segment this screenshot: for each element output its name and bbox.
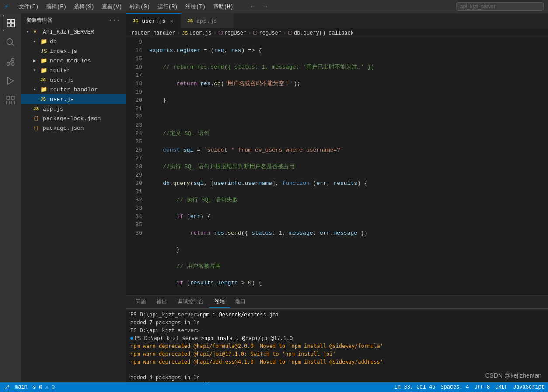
search-input[interactable] (456, 2, 544, 11)
terminal-info-2: added 4 packages in 1s (130, 374, 200, 382)
terminal-prompt-3: PS D:\api_kjzt_server> (135, 334, 204, 342)
terminal-line-1: PS D:\api_kjzt_server> npm i @escook/exp… (130, 311, 544, 319)
tree-folder-router[interactable]: ▾ 📁 router (21, 66, 126, 75)
breadcrumb-sep-4: › (283, 30, 286, 36)
tab-bar: JS user.js ✕ JS app.js (126, 13, 548, 28)
tree-file-index-js[interactable]: JS index.js (21, 46, 126, 56)
menu-file[interactable]: 文件(F) (15, 2, 42, 11)
tab-app-js[interactable]: JS app.js (181, 13, 233, 28)
sidebar-title: 资源管理器 (26, 17, 52, 24)
terminal-line-3: PS D:\api_kjzt_server> (130, 326, 544, 334)
source-control-icon[interactable] (3, 54, 18, 69)
main-layout: 资源管理器 ··· ▾ ▼ API_KJZT_SERVER ▾ 📁 db (0, 13, 548, 382)
panel-tab-problems[interactable]: 问题 (130, 296, 151, 308)
panel-tab-debug-console[interactable]: 调试控制台 (172, 296, 209, 308)
terminal-prompt-1: PS D:\api_kjzt_server> (130, 311, 200, 319)
svg-marker-12 (8, 77, 14, 85)
panel-tab-output[interactable]: 输出 (151, 296, 172, 308)
editor-area: JS user.js ✕ JS app.js router_handler › … (126, 13, 548, 382)
terminal-cmd-1: npm i @escook/express-joi (200, 311, 279, 319)
status-errors[interactable]: ⊗ 0 ⚠ 0 (33, 384, 55, 391)
nav-buttons: ← → (248, 3, 271, 10)
breadcrumb-sep-1: › (177, 30, 180, 36)
folder-router-label: router (50, 67, 70, 74)
menu-select[interactable]: 选择(S) (71, 2, 98, 11)
breadcrumb-db-query-callback[interactable]: db.query() callback (294, 30, 354, 36)
tree-root[interactable]: ▾ ▼ API_KJZT_SERVER (21, 27, 126, 37)
root-label: API_KJZT_SERVER (43, 29, 94, 35)
panel-tab-ports[interactable]: 端口 (230, 296, 251, 308)
terminal-panel: 问题 输出 调试控制台 终端 端口 PS D:\api_kjzt_server>… (126, 295, 548, 382)
back-button[interactable]: ← (248, 3, 258, 10)
breadcrumb-user-js[interactable]: user.js (189, 30, 211, 36)
breadcrumb-func-icon-2: ⬡ (253, 30, 257, 36)
svg-rect-3 (11, 24, 14, 27)
forward-button[interactable]: → (260, 3, 271, 10)
status-left: ⎇ main ⊗ 0 ⚠ 0 (3, 384, 55, 391)
tree-file-package-json[interactable]: {} package.json (21, 123, 126, 133)
folder-router-handler-label: router_handler (50, 87, 98, 93)
line-numbers: 9 14 15 16 17 18 19 20 21 22 23 24 25 26… (126, 38, 146, 295)
search-icon[interactable] (3, 35, 18, 50)
file-app-label: app.js (43, 106, 63, 112)
code-lines: exports.regUser = (req, res) => { // ret… (146, 38, 548, 295)
code-content: 9 14 15 16 17 18 19 20 21 22 23 24 25 26… (126, 38, 548, 295)
status-eol[interactable]: CRLF (495, 384, 508, 390)
menu-bar: 文件(F) 编辑(E) 选择(S) 查看(V) 转到(G) 运行(R) 终端(T… (15, 2, 237, 11)
sidebar-more-icon[interactable]: ··· (108, 17, 121, 24)
tab-user-js[interactable]: JS user.js ✕ (126, 13, 181, 28)
breadcrumb-reguser-2[interactable]: regUser (259, 30, 281, 36)
file-rh-user-label: user.js (50, 96, 74, 103)
tree-file-rh-user-js[interactable]: JS user.js (21, 94, 126, 104)
svg-rect-2 (7, 24, 10, 27)
status-lang[interactable]: JavaScript (513, 384, 545, 390)
menu-terminal[interactable]: 终端(T) (182, 2, 209, 11)
folder-node-modules-label: node_modules (50, 58, 91, 64)
breadcrumb-sep-3: › (248, 30, 251, 36)
tree-folder-router-handler[interactable]: ▾ 📁 router_handler (21, 85, 126, 94)
menu-help[interactable]: 帮助(H) (210, 2, 237, 11)
breadcrumb: router_handler › JS user.js › ⬡ regUser … (126, 28, 548, 38)
tree-folder-node-modules[interactable]: ▶ 📁 node_modules (21, 56, 126, 66)
sidebar-header: 资源管理器 ··· (21, 13, 126, 27)
tab-app-js-label: app.js (196, 18, 217, 24)
status-encoding[interactable]: UTF-8 (474, 384, 490, 390)
menu-edit[interactable]: 编辑(E) (43, 2, 70, 11)
file-tree: ▾ ▼ API_KJZT_SERVER ▾ 📁 db JS index.js (21, 27, 126, 382)
vscode-logo: ⚡ (4, 2, 9, 11)
terminal-content[interactable]: PS D:\api_kjzt_server> npm i @escook/exp… (126, 309, 548, 382)
panel-tab-terminal[interactable]: 终端 (209, 296, 230, 308)
svg-rect-14 (11, 96, 14, 99)
status-ln-col: Ln 33, Col 45 (394, 384, 436, 390)
svg-point-7 (12, 58, 14, 61)
tree-file-app-js[interactable]: JS app.js (21, 104, 126, 114)
extensions-icon[interactable] (3, 92, 18, 108)
terminal-prompt-2: PS D:\api_kjzt_server> (130, 326, 200, 334)
titlebar: ⚡ 文件(F) 编辑(E) 选择(S) 查看(V) 转到(G) 运行(R) 终端… (0, 0, 548, 13)
status-branch-label: main (15, 384, 28, 390)
terminal-cmd-2: npm install @hapi/joi@17.1.0 (204, 334, 293, 342)
tree-file-package-lock[interactable]: {} package-lock.json (21, 114, 126, 123)
activity-bar (0, 13, 21, 382)
status-spaces[interactable]: Spaces: 4 (440, 384, 469, 390)
explorer-icon[interactable] (3, 15, 18, 31)
breadcrumb-reguser-1[interactable]: regUser (224, 30, 246, 36)
terminal-line-9: added 4 packages in 1s (130, 374, 544, 382)
breadcrumb-func-icon: ⬡ (218, 30, 223, 36)
code-editor[interactable]: 9 14 15 16 17 18 19 20 21 22 23 24 25 26… (126, 38, 548, 295)
menu-goto[interactable]: 转到(G) (126, 2, 154, 11)
terminal-line-7: npm warn deprecated @hapi/address@4.1.0:… (130, 358, 544, 366)
folder-db-label: db (50, 38, 57, 45)
menu-run[interactable]: 运行(R) (154, 2, 182, 11)
terminal-warn-3: npm warn deprecated @hapi/address@4.1.0:… (130, 358, 383, 366)
breadcrumb-router-handler[interactable]: router_handler (131, 30, 175, 36)
status-branch-icon[interactable]: ⎇ (3, 384, 10, 391)
tree-file-router-user-js[interactable]: JS user.js (21, 75, 126, 85)
debug-icon[interactable] (3, 73, 18, 89)
terminal-line-6: npm warn deprecated @hapi/joi@17.1.0: Sw… (130, 350, 544, 358)
tab-user-js-close[interactable]: ✕ (169, 17, 174, 25)
tree-folder-db[interactable]: ▾ 📁 db (21, 37, 126, 46)
breadcrumb-sep-2: › (213, 30, 216, 36)
terminal-dot-1: ● (130, 334, 133, 342)
menu-view[interactable]: 查看(V) (98, 2, 126, 11)
